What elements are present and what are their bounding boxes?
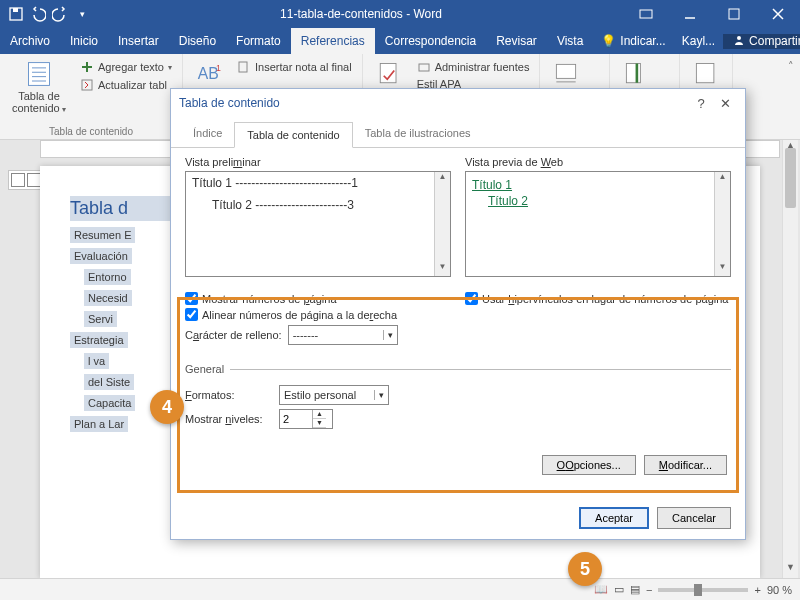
close-button[interactable] [756, 0, 800, 28]
insert-citation-button[interactable] [371, 58, 407, 90]
callout-badge-4: 4 [150, 390, 184, 424]
tab-archivo[interactable]: Archivo [0, 28, 60, 54]
manage-sources-label: Administrar fuentes [435, 61, 530, 73]
toc-entry: Resumen E [70, 227, 135, 243]
options-button[interactable]: OOpciones...Opciones... [542, 455, 636, 475]
preview-scrollbar[interactable]: ▲▼ [714, 172, 730, 276]
leader-label: Carácter de relleno: [185, 329, 282, 341]
tab-vista[interactable]: Vista [547, 28, 593, 54]
tab-tabla-ilustraciones[interactable]: Tabla de ilustraciones [353, 121, 483, 147]
preview-line: Título 2 -----------------------3 [212, 198, 444, 212]
scroll-down-icon[interactable]: ▼ [783, 562, 798, 578]
toc-entry: Plan a Lar [70, 416, 128, 432]
tell-me[interactable]: 💡 Indicar... [593, 34, 673, 48]
dialog-close-button[interactable]: ✕ [713, 96, 737, 111]
levels-input[interactable] [280, 413, 312, 425]
toc-entry: Estrategia [70, 332, 128, 348]
tab-diseno[interactable]: Diseño [169, 28, 226, 54]
toc-entry: Evaluación [70, 248, 132, 264]
web-layout-icon[interactable]: ▤ [630, 583, 640, 596]
svg-rect-20 [419, 64, 429, 71]
user-name[interactable]: Kayl... [674, 34, 723, 48]
zoom-in-button[interactable]: + [754, 584, 760, 596]
zoom-level[interactable]: 90 % [767, 584, 792, 596]
preview-scrollbar[interactable]: ▲▼ [434, 172, 450, 276]
dialog-help-button[interactable]: ? [689, 96, 713, 111]
title-bar: ▾ 11-tabla-de-contenidos - Word [0, 0, 800, 28]
svg-rect-15 [82, 80, 92, 90]
tab-tabla-contenido[interactable]: Tabla de contenido [234, 122, 352, 148]
qat-customize-icon[interactable]: ▾ [74, 6, 90, 22]
right-align-label: Alinear números de página a la derecha [202, 309, 397, 321]
add-text-button[interactable]: Agregar texto [78, 58, 174, 76]
use-hyperlinks-input[interactable] [465, 292, 478, 305]
tab-inicio[interactable]: Inicio [60, 28, 108, 54]
use-hyperlinks-checkbox[interactable]: Usar hipervínculos en lugar de números d… [465, 292, 731, 305]
toc-entry: del Siste [84, 374, 134, 390]
formats-value: Estilo personal [284, 389, 356, 401]
svg-rect-23 [627, 64, 641, 83]
levels-spinner[interactable]: ▲▼ [279, 409, 333, 429]
formats-label: Formatos: [185, 389, 273, 401]
print-preview-label: Vista preliminar [185, 156, 451, 168]
tab-indice[interactable]: Índice [181, 121, 234, 147]
svg-rect-18 [239, 62, 247, 72]
mark-citation-button[interactable] [688, 58, 724, 90]
zoom-slider[interactable] [658, 588, 748, 592]
web-preview-link[interactable]: Título 2 [488, 194, 724, 208]
print-preview: Título 1 -----------------------------1 … [185, 171, 451, 277]
save-icon[interactable] [8, 6, 24, 22]
menu-bar: Archivo Inicio Insertar Diseño Formato R… [0, 28, 800, 54]
dialog-titlebar: Tabla de contenido ? ✕ [171, 89, 745, 117]
share-icon [733, 34, 745, 49]
general-group: General Formatos: Estilo personal ▾ Most… [185, 363, 731, 433]
insert-caption-button[interactable] [548, 58, 584, 90]
web-preview-link[interactable]: Título 1 [472, 178, 724, 192]
svg-text:1: 1 [216, 63, 221, 73]
toc-entry: Entorno [84, 269, 131, 285]
zoom-out-button[interactable]: − [646, 584, 652, 596]
right-align-checkbox[interactable]: Alinear números de página a la derecha [185, 308, 451, 321]
spin-down-icon[interactable]: ▼ [313, 419, 326, 428]
add-text-label: Agregar texto [98, 61, 164, 73]
right-align-input[interactable] [185, 308, 198, 321]
ribbon-display-icon[interactable] [624, 0, 668, 28]
callout-badge-5: 5 [568, 552, 602, 586]
ok-button[interactable]: Aceptar [579, 507, 649, 529]
toc-button[interactable]: Tabla de contenido [8, 58, 70, 116]
print-layout-icon[interactable]: ▭ [614, 583, 624, 596]
spin-up-icon[interactable]: ▲ [313, 410, 326, 419]
tab-correspondencia[interactable]: Correspondencia [375, 28, 486, 54]
manage-sources-button[interactable]: Administrar fuentes [415, 58, 532, 76]
collapse-ribbon-icon[interactable]: ˄ [782, 54, 800, 139]
vertical-scrollbar[interactable]: ▲ ▼ [782, 140, 798, 578]
tab-formato[interactable]: Formato [226, 28, 291, 54]
chevron-down-icon: ▾ [374, 390, 384, 400]
dialog-title: Tabla de contenido [179, 96, 280, 110]
modify-button[interactable]: Modificar... [644, 455, 727, 475]
leader-combo[interactable]: ------- ▾ [288, 325, 398, 345]
minimize-button[interactable] [668, 0, 712, 28]
tab-revisar[interactable]: Revisar [486, 28, 547, 54]
tab-insertar[interactable]: Insertar [108, 28, 169, 54]
read-mode-icon[interactable]: 📖 [594, 583, 608, 596]
insert-endnote-button[interactable]: Insertar nota al final [235, 58, 354, 76]
formats-combo[interactable]: Estilo personal ▾ [279, 385, 389, 405]
redo-icon[interactable] [52, 6, 68, 22]
svg-rect-25 [697, 64, 715, 83]
mark-entry-button[interactable] [618, 58, 654, 90]
tell-me-label: Indicar... [620, 34, 665, 48]
tab-referencias[interactable]: Referencias [291, 28, 375, 54]
scroll-thumb[interactable] [785, 148, 796, 208]
insert-footnote-button[interactable]: AB1 [191, 58, 227, 90]
update-table-button[interactable]: Actualizar tabl [78, 76, 174, 94]
preview-line: Título 1 -----------------------------1 [192, 176, 444, 190]
show-page-numbers-checkbox[interactable]: Mostrar números de página [185, 292, 451, 305]
nav-pane-toggle[interactable] [8, 170, 44, 190]
share-button[interactable]: Compartir [723, 34, 800, 49]
svg-rect-21 [557, 64, 576, 78]
maximize-button[interactable] [712, 0, 756, 28]
undo-icon[interactable] [30, 6, 46, 22]
show-page-numbers-input[interactable] [185, 292, 198, 305]
cancel-button[interactable]: Cancelar [657, 507, 731, 529]
